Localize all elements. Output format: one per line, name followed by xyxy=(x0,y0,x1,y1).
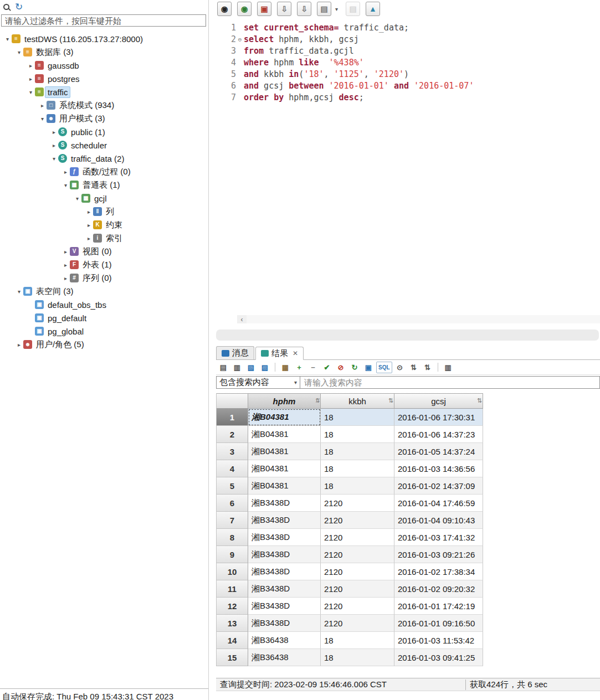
show-in-editor-icon[interactable]: ▣ xyxy=(362,362,375,373)
cell-kkbh[interactable]: 18 xyxy=(321,426,394,443)
chevron-collapsed-icon[interactable]: ▸ xyxy=(38,102,47,109)
table-row[interactable]: 11湘B3438D21202016-01-02 09:20:32 xyxy=(217,580,483,598)
row-number[interactable]: 1 xyxy=(217,409,248,426)
cell-kkbh[interactable]: 2120 xyxy=(321,546,394,563)
cell-kkbh[interactable]: 2120 xyxy=(321,512,394,529)
row-number[interactable]: 13 xyxy=(217,615,248,632)
tree-item-users-roles[interactable]: ▸☻用户/角色 (5) xyxy=(0,338,208,351)
cell-hphm[interactable]: 湘B3438D xyxy=(248,598,321,615)
chevron-collapsed-icon[interactable]: ▸ xyxy=(61,169,70,175)
chevron-collapsed-icon[interactable]: ▸ xyxy=(85,222,93,228)
sort-icon[interactable]: ⇅ xyxy=(388,397,393,404)
cell-gcsj[interactable]: 2016-01-02 14:37:09 xyxy=(394,477,483,495)
column-header-hphm[interactable]: hphm⇅ xyxy=(248,393,321,409)
table-row[interactable]: 5湘B04381182016-01-02 14:37:09 xyxy=(217,477,483,495)
table-row[interactable]: 13湘B3438D21202016-01-01 09:16:50 xyxy=(217,615,483,632)
tree-item-pg-default[interactable]: ▣pg_default xyxy=(0,311,208,325)
export-all-queries-button[interactable]: ⇩ xyxy=(297,2,311,16)
table-row[interactable]: 6湘B3438D21202016-01-04 17:46:59 xyxy=(217,495,483,512)
row-number[interactable]: 4 xyxy=(217,460,248,477)
row-number[interactable]: 15 xyxy=(217,649,248,666)
cell-gcsj[interactable]: 2016-01-01 17:42:19 xyxy=(394,598,483,615)
save-query-button[interactable]: ▣ xyxy=(257,2,271,16)
cell-gcsj[interactable]: 2016-01-05 14:37:24 xyxy=(394,443,483,460)
row-number[interactable]: 8 xyxy=(217,529,248,546)
cell-hphm[interactable]: 湘B04381 xyxy=(248,477,321,495)
cell-kkbh[interactable]: 2120 xyxy=(321,615,394,632)
refresh-grid-icon[interactable]: ↻ xyxy=(348,362,361,373)
table-row[interactable]: 7湘B3438D21202016-01-04 09:10:43 xyxy=(217,512,483,529)
chevron-expanded-icon[interactable]: ▾ xyxy=(3,36,12,42)
table-row[interactable]: 12湘B3438D21202016-01-01 17:42:19 xyxy=(217,598,483,615)
cell-hphm[interactable]: 湘B3438D xyxy=(248,563,321,580)
sort-descending-icon[interactable]: ⇅ xyxy=(422,362,434,373)
row-number[interactable]: 10 xyxy=(217,563,248,580)
cell-gcsj[interactable]: 2016-01-03 11:53:42 xyxy=(394,632,483,649)
row-number[interactable]: 2 xyxy=(217,426,248,443)
cell-kkbh[interactable]: 18 xyxy=(321,649,394,666)
code-line[interactable]: 7order by hphm,gcsj desc; xyxy=(216,92,600,104)
tree-item-default-obs-tbs[interactable]: ▣default_obs_tbs xyxy=(0,298,208,311)
cell-gcsj[interactable]: 2016-01-03 17:41:32 xyxy=(394,529,483,546)
chevron-expanded-icon[interactable]: ▾ xyxy=(61,182,70,188)
paste-icon[interactable]: ▦ xyxy=(279,362,291,373)
chevron-collapsed-icon[interactable]: ▸ xyxy=(61,262,70,268)
tree-filter-input[interactable] xyxy=(1,14,206,27)
refresh-icon[interactable]: ↻ xyxy=(15,2,23,12)
panel-splitter-bar[interactable] xyxy=(216,330,599,341)
cell-gcsj[interactable]: 2016-01-06 14:37:23 xyxy=(394,426,483,443)
cell-gcsj[interactable]: 2016-01-06 17:30:31 xyxy=(394,409,483,426)
cell-hphm[interactable]: 湘B3438D xyxy=(248,512,321,529)
tree-item-scheduler[interactable]: ▸Sscheduler xyxy=(0,138,208,152)
tab-消息[interactable]: 消息 xyxy=(216,346,254,359)
edit-all-results-icon[interactable]: ▨ xyxy=(259,362,271,373)
code-line[interactable]: 1set current_schema= traffic_data; xyxy=(216,22,600,34)
column-settings-icon[interactable]: ▥ xyxy=(442,362,454,373)
tree-item-tablespaces[interactable]: ▾▣表空间 (3) xyxy=(0,285,208,298)
tree-item-public[interactable]: ▸Spublic (1) xyxy=(0,125,208,138)
sql-code-area[interactable]: 1set current_schema= traffic_data;2⊖sele… xyxy=(216,18,600,315)
cell-kkbh[interactable]: 2120 xyxy=(321,529,394,546)
cell-hphm[interactable]: 湘B3438D xyxy=(248,615,321,632)
chevron-collapsed-icon[interactable]: ▸ xyxy=(61,275,70,281)
copy-result-button[interactable]: ▤ xyxy=(317,2,331,16)
sort-ascending-icon[interactable]: ⇅ xyxy=(408,362,420,373)
export-query-button[interactable]: ⇩ xyxy=(277,2,291,16)
chevron-collapsed-icon[interactable]: ▸ xyxy=(27,76,35,82)
generate-sql-icon[interactable]: SQL xyxy=(376,362,392,373)
tree-item-postgres[interactable]: ▸≡postgres xyxy=(0,72,208,85)
cell-gcsj[interactable]: 2016-01-03 09:41:25 xyxy=(394,649,483,666)
code-line[interactable]: 4where hphm like '%438%' xyxy=(216,57,600,69)
chevron-collapsed-icon[interactable]: ▸ xyxy=(85,235,93,241)
tree-item-foreign-tables[interactable]: ▸F外表 (1) xyxy=(0,258,208,271)
search-mode-dropdown[interactable]: 包含搜索内容 ▾ xyxy=(216,376,300,389)
execute-new-tab-button[interactable]: ◉ xyxy=(237,2,252,16)
cell-kkbh[interactable]: 2120 xyxy=(321,598,394,615)
chevron-expanded-icon[interactable]: ▾ xyxy=(15,289,23,295)
search-grid-icon[interactable]: ⊙ xyxy=(394,362,406,373)
tree-item-sequences[interactable]: ▸#序列 (0) xyxy=(0,271,208,285)
tree-item-indexes[interactable]: ▸i索引 xyxy=(0,231,208,245)
cell-gcsj[interactable]: 2016-01-02 17:38:34 xyxy=(394,563,483,580)
tree-item-views[interactable]: ▸V视图 (0) xyxy=(0,245,208,258)
cell-gcsj[interactable]: 2016-01-03 14:36:56 xyxy=(394,460,483,477)
cell-kkbh[interactable]: 18 xyxy=(321,443,394,460)
export-result-icon[interactable]: ▤ xyxy=(217,362,229,373)
close-icon[interactable]: ✕ xyxy=(293,349,298,357)
cell-hphm[interactable]: 湘B3438D xyxy=(248,546,321,563)
row-number[interactable]: 9 xyxy=(217,546,248,563)
row-number[interactable]: 3 xyxy=(217,443,248,460)
table-row[interactable]: 2湘B04381182016-01-06 14:37:23 xyxy=(217,426,483,443)
column-header-gcsj[interactable]: gcsj⇅ xyxy=(394,393,483,409)
table-row[interactable]: 8湘B3438D21202016-01-03 17:41:32 xyxy=(217,529,483,546)
chevron-expanded-icon[interactable]: ▾ xyxy=(50,156,58,162)
table-row[interactable]: 14湘B36438182016-01-03 11:53:42 xyxy=(217,632,483,649)
code-line[interactable]: 2⊖select hphm, kkbh, gcsj xyxy=(216,34,600,45)
table-row[interactable]: 9湘B3438D21202016-01-03 09:21:26 xyxy=(217,546,483,563)
cell-hphm[interactable]: 湘B04381 xyxy=(248,460,321,477)
row-number[interactable]: 14 xyxy=(217,632,248,649)
editor-horizontal-scrollbar[interactable]: ‹ xyxy=(237,315,600,324)
cell-kkbh[interactable]: 2120 xyxy=(321,580,394,598)
cell-hphm[interactable]: 湘B36438 xyxy=(248,632,321,649)
export-all-results-icon[interactable]: ▥ xyxy=(231,362,243,373)
